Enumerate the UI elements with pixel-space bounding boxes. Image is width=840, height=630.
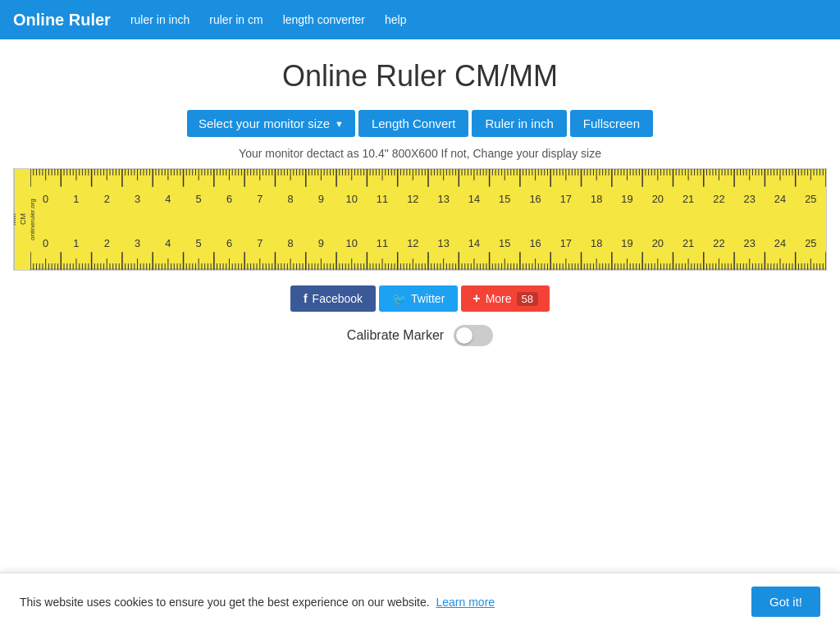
svg-text:24: 24 <box>774 237 786 249</box>
svg-text:23: 23 <box>744 237 756 249</box>
svg-text:2: 2 <box>104 237 110 249</box>
svg-text:18: 18 <box>591 193 602 205</box>
svg-text:5: 5 <box>196 237 202 249</box>
calibrate-row: Calibrate Marker <box>13 325 827 346</box>
svg-text:24: 24 <box>774 193 786 205</box>
svg-text:1: 1 <box>73 237 79 249</box>
svg-text:16: 16 <box>529 193 541 205</box>
nav-ruler-inch[interactable]: ruler in inch <box>130 13 189 26</box>
svg-text:9: 9 <box>318 237 324 249</box>
svg-text:12: 12 <box>407 193 418 205</box>
svg-text:17: 17 <box>560 237 572 249</box>
nav-length-converter[interactable]: length converter <box>283 13 365 26</box>
svg-text:19: 19 <box>621 193 632 205</box>
svg-text:1: 1 <box>73 193 79 205</box>
main-content: Online Ruler CM/MM Select your monitor s… <box>0 39 840 369</box>
monitor-size-label: Select your monitor size <box>199 116 330 130</box>
fullscreen-button[interactable]: Fullscreen <box>570 110 653 137</box>
more-count: 58 <box>517 292 538 306</box>
plus-icon: + <box>472 291 480 306</box>
svg-text:17: 17 <box>560 193 572 205</box>
brand-link[interactable]: Online Ruler <box>13 11 111 30</box>
svg-text:25: 25 <box>805 237 816 249</box>
svg-text:3: 3 <box>135 193 140 205</box>
navbar: Online Ruler ruler in inch ruler in cm l… <box>0 0 840 39</box>
svg-text:19: 19 <box>621 237 632 249</box>
svg-text:0: 0 <box>43 237 48 249</box>
toggle-slider <box>454 325 493 346</box>
svg-text:18: 18 <box>591 237 602 249</box>
ruler-svg: // We'll use inline generation via templ… <box>30 169 826 270</box>
svg-text:10: 10 <box>346 237 358 249</box>
nav-ruler-cm[interactable]: ruler in cm <box>209 13 262 26</box>
svg-text:22: 22 <box>713 193 724 205</box>
page-title: Online Ruler CM/MM <box>13 59 827 94</box>
facebook-icon: f <box>304 292 308 305</box>
more-button[interactable]: + More 58 <box>461 285 550 312</box>
svg-text:21: 21 <box>682 193 694 205</box>
twitter-button[interactable]: 🐦 Twitter <box>379 285 458 312</box>
svg-text:3: 3 <box>135 237 140 249</box>
svg-text:20: 20 <box>652 193 664 205</box>
dropdown-arrow-icon: ▼ <box>335 119 344 129</box>
ruler-inch-button[interactable]: Ruler in inch <box>472 110 566 137</box>
twitter-label: Twitter <box>411 292 445 305</box>
svg-text:4: 4 <box>165 193 171 205</box>
calibrate-label: Calibrate Marker <box>347 328 444 343</box>
social-buttons: f Facebook 🐦 Twitter + More 58 <box>13 285 827 312</box>
svg-text:14: 14 <box>468 237 480 249</box>
monitor-size-button[interactable]: Select your monitor size ▼ <box>187 110 355 137</box>
svg-text:15: 15 <box>499 193 510 205</box>
svg-text:15: 15 <box>499 237 510 249</box>
more-label: More <box>486 292 512 305</box>
facebook-label: Facebook <box>313 292 363 305</box>
calibrate-toggle[interactable] <box>454 325 493 346</box>
length-convert-button[interactable]: Length Convert <box>358 110 469 137</box>
svg-text:21: 21 <box>682 237 694 249</box>
svg-text:22: 22 <box>713 237 724 249</box>
ruler: MM CM onlineruler.org // We'll use inlin… <box>13 168 827 271</box>
twitter-icon: 🐦 <box>392 292 406 305</box>
svg-text:13: 13 <box>438 193 450 205</box>
svg-text:12: 12 <box>407 237 418 249</box>
facebook-button[interactable]: f Facebook <box>290 285 376 312</box>
nav-help[interactable]: help <box>385 13 406 26</box>
svg-text:25: 25 <box>805 193 816 205</box>
svg-text:8: 8 <box>288 193 294 205</box>
svg-text:9: 9 <box>318 193 324 205</box>
svg-text:5: 5 <box>196 193 202 205</box>
ruler-side-label: MM CM onlineruler.org <box>14 169 30 270</box>
svg-text:6: 6 <box>226 237 232 249</box>
svg-text:4: 4 <box>165 237 171 249</box>
svg-text:20: 20 <box>652 237 664 249</box>
svg-text:2: 2 <box>104 193 110 205</box>
svg-text:13: 13 <box>438 237 450 249</box>
svg-text:7: 7 <box>257 237 262 249</box>
svg-text:8: 8 <box>288 237 294 249</box>
monitor-info-text: Your monitor dectact as 10.4" 800X600 If… <box>13 147 827 160</box>
svg-text:7: 7 <box>257 193 262 205</box>
svg-text:23: 23 <box>744 193 756 205</box>
svg-text:0: 0 <box>43 193 48 205</box>
svg-text:10: 10 <box>346 193 358 205</box>
control-buttons: Select your monitor size ▼ Length Conver… <box>13 110 827 137</box>
svg-text:16: 16 <box>529 237 541 249</box>
svg-text:11: 11 <box>377 237 388 249</box>
ruler-ticks-area: // We'll use inline generation via templ… <box>30 169 826 270</box>
svg-text:6: 6 <box>226 193 232 205</box>
svg-text:11: 11 <box>377 193 388 205</box>
svg-text:14: 14 <box>468 193 480 205</box>
